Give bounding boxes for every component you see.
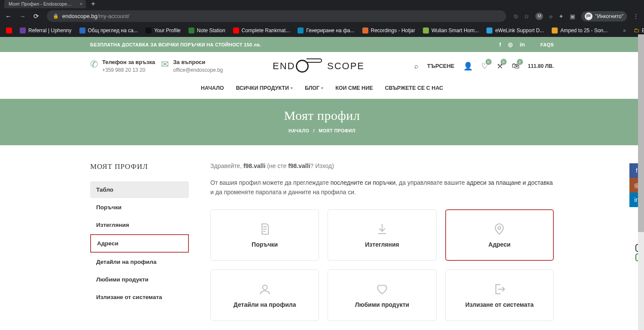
pin-icon (492, 222, 506, 236)
cart-badge: 2 (517, 59, 523, 65)
nav-home[interactable]: НАЧАЛО (201, 85, 224, 91)
bookmark-item[interactable]: Your Profile (146, 28, 181, 34)
phone-value: +359 988 20 13 20 (102, 67, 155, 73)
favicon-icon (298, 28, 304, 34)
sidebar-item-dashboard[interactable]: Табло (90, 181, 189, 198)
tile-label: Излизане от системата (465, 301, 534, 308)
back-button[interactable]: ← (5, 12, 12, 20)
bookmark-label: Complete Rankmat... (242, 28, 290, 34)
bookmark-item[interactable]: Генериране на фа... (298, 28, 354, 34)
tile-orders[interactable]: Поръчки (210, 209, 319, 261)
scroll-thumb[interactable] (638, 34, 644, 232)
facebook-icon[interactable]: f (499, 41, 501, 48)
bookmark-item[interactable]: Referral | Uphenny (20, 28, 72, 34)
faqs-link[interactable]: FAQS (541, 42, 554, 47)
browser-tab[interactable]: Моят Профил - Endoscope.bg × (4, 0, 86, 8)
favicon-icon (79, 28, 85, 34)
devtools-icon[interactable]: ⟐ (549, 13, 553, 20)
bookmark-item[interactable]: Wulian Smart Hom... (423, 28, 479, 34)
nav-contact[interactable]: СВЪРЖЕТЕ СЕ С НАС (385, 85, 443, 91)
sidebar-item-profile-details[interactable]: Детайли на профила (90, 254, 189, 270)
bookmark-item[interactable]: Amped to 25 - Son... (552, 28, 608, 34)
download-icon (375, 222, 389, 236)
bookmarks-overflow-icon[interactable]: » (623, 28, 626, 34)
wishlist-icon[interactable]: ♡0 (481, 61, 488, 71)
profile-chip[interactable]: ⛿ "Инкогнито" (581, 11, 627, 21)
logout-link[interactable]: Изход (315, 162, 332, 169)
all-bookmarks-label: Всички отметки (642, 28, 644, 34)
announcement-bar: БЕЗПЛАТНА ДОСТАВКА ЗА ВСИЧКИ ПОРЪЧКИ НА … (0, 37, 644, 52)
all-bookmarks-folder[interactable]: 🗀 Всички отметки (634, 27, 644, 34)
eye-off-icon[interactable]: ⦸ (514, 12, 518, 20)
extensions-icon[interactable]: ✦ (559, 13, 564, 20)
bookmark-item[interactable]: eWeLink Support D... (486, 28, 544, 34)
bookmark-label: Генериране на фа... (306, 28, 354, 34)
sidebar-item-orders[interactable]: Поръчки (90, 199, 189, 216)
phone-block[interactable]: ✆ Телефон за връзка +359 988 20 13 20 (90, 59, 155, 73)
exit-icon (492, 282, 506, 296)
incognito-icon: ⛿ (585, 12, 592, 20)
main-nav: НАЧАЛО ВСИЧКИ ПРОДУКТИ ▾ БЛОГ ▾ КОИ СМЕ … (0, 80, 644, 99)
nav-products[interactable]: ВСИЧКИ ПРОДУКТИ ▾ (236, 85, 293, 91)
bookmark-item[interactable]: Общ преглед на са... (79, 28, 138, 34)
compare-icon[interactable]: ⤧0 (497, 61, 503, 71)
new-tab-button[interactable]: + (91, 0, 95, 8)
search-icon[interactable]: ⌕ (414, 62, 419, 70)
site-header: ✆ Телефон за връзка +359 988 20 13 20 ✉ … (0, 52, 644, 80)
favicon-icon (188, 28, 194, 34)
bookmark-label: Amped to 25 - Son... (560, 28, 608, 34)
tile-downloads[interactable]: Изтегляния (328, 209, 436, 261)
sidebar-item-addresses[interactable]: Адреси (90, 234, 189, 253)
tile-addresses[interactable]: Адреси (445, 209, 554, 261)
cart-icon[interactable]: 🛍2 (512, 61, 519, 70)
forward-button[interactable]: → (19, 12, 26, 20)
bookmark-item[interactable]: Note Station (188, 28, 225, 34)
bookmark-label: Общ преглед на са... (88, 28, 138, 34)
sidebar-title: МОЯТ ПРОФИЛ (90, 162, 189, 171)
email-value: office@endoscope.bg (173, 67, 223, 73)
tabs-icon[interactable]: ▣ (570, 13, 575, 20)
close-icon[interactable]: × (80, 1, 82, 6)
extension-m-icon[interactable]: M (535, 12, 543, 20)
instagram-icon[interactable]: ◎ (508, 41, 513, 48)
browser-chrome: Моят Профил - Endoscope.bg × + ← → ⟳ 🔒 e… (0, 0, 644, 37)
page-scrollbar[interactable] (638, 34, 644, 330)
site-logo[interactable]: END SCOPE (273, 60, 365, 73)
tile-label: Изтегляния (365, 241, 399, 248)
favicon-icon (423, 28, 429, 34)
bookmark-label: Recordings - Hotjar (371, 28, 415, 34)
email-title: За въпроси (173, 59, 223, 65)
tile-favorites[interactable]: Любими продукти (328, 269, 436, 321)
nav-blog[interactable]: БЛОГ ▾ (305, 85, 323, 91)
recent-orders-link[interactable]: последните си поръчки (331, 179, 396, 186)
kebab-menu-icon[interactable]: ⋮ (633, 13, 639, 20)
linkedin-icon[interactable]: in (520, 41, 525, 48)
breadcrumb-sep: / (313, 128, 314, 133)
search-label[interactable]: ТЪРСЕНЕ (427, 63, 455, 69)
chevron-down-icon: ▾ (321, 86, 323, 90)
phone-title: Телефон за връзка (102, 59, 155, 65)
tile-profile-details[interactable]: Детайли на профила (210, 269, 319, 321)
reload-button[interactable]: ⟳ (33, 12, 39, 20)
sidebar-item-downloads[interactable]: Изтегляния (90, 217, 189, 233)
compare-badge: 0 (501, 59, 507, 65)
address-bar[interactable]: 🔒 endoscope.bg/my-account/ (47, 10, 506, 22)
bookmark-label: eWeLink Support D... (495, 28, 544, 34)
url-host: endoscope.bg (62, 13, 97, 19)
account-icon[interactable]: 👤 (463, 61, 473, 71)
url-path: /my-account/ (97, 13, 129, 19)
breadcrumb-home[interactable]: НАЧАЛО (289, 128, 309, 133)
bookmark-item[interactable]: Recordings - Hotjar (362, 28, 415, 34)
sidebar-item-logout[interactable]: Излизане от системата (90, 289, 189, 306)
tile-label: Детайли на профила (234, 301, 296, 308)
bookmark-item[interactable] (6, 28, 12, 34)
bookmark-item[interactable]: Complete Rankmat... (233, 28, 290, 34)
sidebar-item-favorites[interactable]: Любими продукти (90, 271, 189, 288)
email-block[interactable]: ✉ За въпроси office@endoscope.bg (161, 59, 223, 73)
tile-logout[interactable]: Излизане от системата (445, 269, 554, 321)
star-icon[interactable]: ☆ (524, 13, 529, 20)
greeting-user: f98.valli (243, 162, 265, 169)
user-icon (258, 282, 272, 296)
addresses-link-text[interactable]: адреси за плащане и доставка (467, 179, 553, 186)
nav-who[interactable]: КОИ СМЕ НИЕ (335, 85, 373, 91)
